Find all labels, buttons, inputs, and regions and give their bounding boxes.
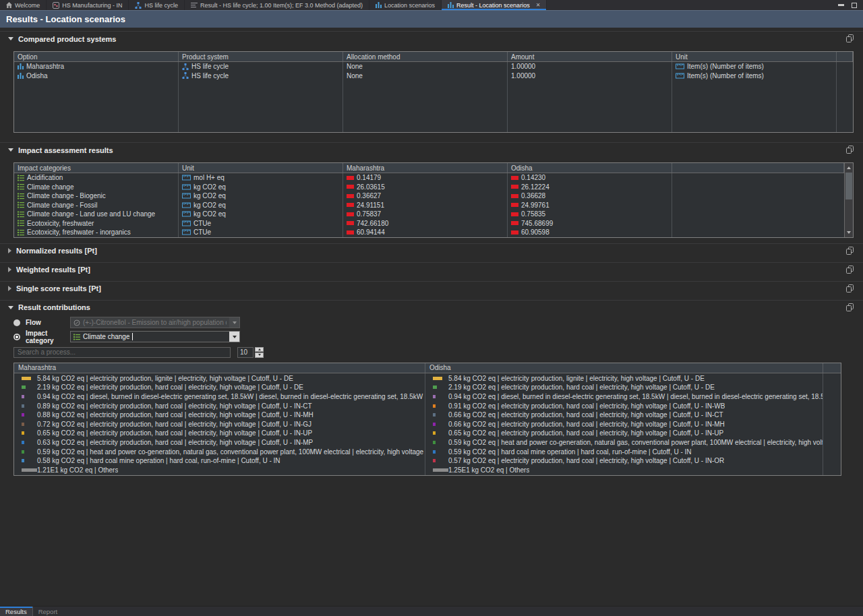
impact-row[interactable]: Climate change - Land use and LU change … bbox=[14, 210, 844, 219]
contribution-row[interactable]: 0.65 kg CO2 eq | electricity production,… bbox=[14, 429, 425, 438]
contribution-text: 0.63 kg CO2 eq | electricity production,… bbox=[37, 439, 313, 446]
contribution-color-chip bbox=[433, 459, 436, 462]
section-normalized-results: Normalized results [Pt] bbox=[0, 243, 863, 262]
impact-row[interactable]: Ecotoxicity, freshwater CTUe 742.66180 7… bbox=[14, 219, 844, 228]
column-header-maharashtra[interactable]: Maharashtra bbox=[14, 363, 425, 373]
copy-icon[interactable] bbox=[846, 34, 854, 42]
flow-radio[interactable] bbox=[13, 319, 20, 326]
column-header-unit[interactable]: Unit bbox=[672, 52, 837, 61]
column-header-product-system[interactable]: Product system bbox=[179, 52, 343, 61]
section-header[interactable]: Result contributions bbox=[5, 301, 858, 315]
chevron-down-icon[interactable] bbox=[229, 332, 239, 342]
vertical-scrollbar[interactable] bbox=[844, 163, 853, 237]
column-header-unit[interactable]: Unit bbox=[179, 163, 343, 173]
contribution-row[interactable]: 0.94 kg CO2 eq | diesel, burned in diese… bbox=[14, 392, 425, 402]
impact-row[interactable]: Climate change - Biogenic kg CO2 eq 0.36… bbox=[14, 191, 844, 201]
contribution-row[interactable]: 0.57 kg CO2 eq | electricity production,… bbox=[425, 456, 823, 466]
contribution-text: 0.94 kg CO2 eq | diesel, burned in diese… bbox=[448, 393, 823, 400]
tab-result-hs-life-cycle[interactable]: Result - HS life cycle; 1.00 Item(s); EF… bbox=[185, 0, 369, 10]
impact-row[interactable]: Acidification mol H+ eq 0.14179 0.14230 bbox=[14, 173, 844, 183]
column-header-odisha[interactable]: Odisha bbox=[508, 163, 672, 173]
contribution-row[interactable]: 0.66 kg CO2 eq | electricity production,… bbox=[425, 419, 823, 429]
result-icon bbox=[191, 2, 198, 8]
collapse-toggle-icon[interactable] bbox=[8, 306, 13, 309]
search-process-input[interactable] bbox=[13, 347, 231, 358]
column-header-amount[interactable]: Amount bbox=[508, 52, 672, 61]
contribution-row[interactable]: 5.84 kg CO2 eq | electricity production,… bbox=[14, 374, 425, 383]
section-title: Compared product systems bbox=[18, 35, 116, 43]
count-input[interactable] bbox=[237, 347, 254, 358]
table-row[interactable]: Odisha HS life cycle None 1.00000 Item(s… bbox=[14, 71, 853, 81]
contribution-row[interactable]: 0.94 kg CO2 eq | diesel, burned in diese… bbox=[425, 392, 823, 402]
column-header-maharashtra[interactable]: Maharashtra bbox=[343, 163, 508, 173]
scroll-down-icon[interactable] bbox=[845, 228, 853, 237]
copy-icon[interactable] bbox=[846, 146, 854, 154]
contribution-color-chip bbox=[22, 468, 37, 472]
section-header[interactable]: Normalized results [Pt] bbox=[5, 244, 858, 258]
contribution-row[interactable]: 0.91 kg CO2 eq | electricity production,… bbox=[425, 401, 823, 410]
contribution-row[interactable]: 0.59 kg CO2 eq | hard coal mine operatio… bbox=[425, 447, 823, 456]
impact-category-icon bbox=[18, 229, 24, 236]
tab-location-scenarios[interactable]: Location scenarios bbox=[369, 0, 442, 10]
scrollbar-thumb[interactable] bbox=[845, 173, 852, 199]
copy-icon[interactable] bbox=[846, 247, 854, 255]
spinner-down-icon[interactable] bbox=[255, 352, 264, 358]
impact-category-select[interactable]: Climate change bbox=[70, 331, 240, 342]
impact-category-icon bbox=[73, 334, 80, 340]
column-header-allocation-method[interactable]: Allocation method bbox=[343, 52, 508, 61]
column-header-option[interactable]: Option bbox=[14, 52, 179, 61]
section-header[interactable]: Compared product systems bbox=[5, 32, 858, 46]
collapse-toggle-icon[interactable] bbox=[8, 148, 13, 152]
contribution-row[interactable]: 0.59 kg CO2 eq | heat and power co-gener… bbox=[425, 438, 823, 448]
expand-toggle-icon[interactable] bbox=[8, 248, 11, 253]
contribution-text: 0.65 kg CO2 eq | electricity production,… bbox=[448, 429, 723, 437]
impact-category-name: Climate change - Biogenic bbox=[27, 192, 106, 199]
contribution-row[interactable]: 0.72 kg CO2 eq | electricity production,… bbox=[14, 419, 425, 429]
contribution-color-chip bbox=[22, 459, 24, 462]
maximize-icon[interactable] bbox=[852, 3, 857, 8]
copy-icon[interactable] bbox=[846, 266, 854, 274]
contribution-row[interactable]: 0.63 kg CO2 eq | electricity production,… bbox=[14, 438, 425, 448]
tab-hs-life-cycle[interactable]: HS life cycle bbox=[129, 0, 185, 10]
copy-icon[interactable] bbox=[846, 284, 854, 292]
expand-toggle-icon[interactable] bbox=[8, 286, 11, 291]
contribution-row[interactable]: 0.58 kg CO2 eq | hard coal mine operatio… bbox=[14, 456, 425, 466]
table-row[interactable]: Maharashtra HS life cycle None 1.00000 I… bbox=[14, 62, 853, 71]
tab-hs-manufacturing[interactable]: HS Manufacturing - IN bbox=[47, 0, 129, 10]
contribution-row[interactable]: 1.25E1 kg CO2 eq | Others bbox=[425, 465, 823, 474]
result-value: 0.75835 bbox=[521, 210, 545, 218]
contribution-row[interactable]: 0.89 kg CO2 eq | electricity production,… bbox=[14, 401, 425, 410]
section-header[interactable]: Impact assessment results bbox=[5, 143, 858, 157]
copy-icon[interactable] bbox=[846, 303, 854, 311]
contribution-row[interactable]: 0.66 kg CO2 eq | electricity production,… bbox=[425, 410, 823, 420]
contribution-row[interactable]: 2.19 kg CO2 eq | electricity production,… bbox=[425, 383, 823, 392]
column-header-odisha[interactable]: Odisha bbox=[425, 363, 823, 373]
tab-report[interactable]: Report bbox=[33, 607, 63, 616]
expand-toggle-icon[interactable] bbox=[8, 267, 11, 272]
spinner-up-icon[interactable] bbox=[255, 347, 264, 352]
minimize-icon[interactable] bbox=[838, 4, 844, 6]
bar-chart-icon bbox=[376, 2, 382, 8]
close-icon[interactable]: ✕ bbox=[536, 2, 541, 8]
impact-row[interactable]: Climate change - Fossil kg CO2 eq 24.911… bbox=[14, 201, 844, 210]
unit-name: CTUe bbox=[194, 220, 211, 227]
contribution-row[interactable]: 1.21E1 kg CO2 eq | Others bbox=[14, 465, 425, 474]
tab-results[interactable]: Results bbox=[0, 607, 33, 616]
collapse-toggle-icon[interactable] bbox=[8, 37, 13, 40]
contribution-row[interactable]: 0.65 kg CO2 eq | electricity production,… bbox=[425, 429, 823, 438]
result-value: 26.12224 bbox=[521, 183, 549, 191]
contribution-row[interactable]: 2.19 kg CO2 eq | electricity production,… bbox=[14, 383, 425, 392]
impact-category-icon bbox=[18, 175, 24, 181]
contribution-row[interactable]: 5.84 kg CO2 eq | electricity production,… bbox=[425, 374, 823, 383]
contribution-row[interactable]: 0.88 kg CO2 eq | electricity production,… bbox=[14, 410, 425, 420]
contribution-row[interactable]: 0.59 kg CO2 eq | heat and power co-gener… bbox=[14, 447, 425, 456]
impact-row[interactable]: Ecotoxicity, freshwater - inorganics CTU… bbox=[14, 228, 844, 237]
impact-row[interactable]: Climate change kg CO2 eq 26.03615 26.122… bbox=[14, 183, 844, 192]
section-header[interactable]: Single score results [Pt] bbox=[5, 282, 858, 296]
column-header-impact-categories[interactable]: Impact categories bbox=[14, 163, 179, 173]
tab-welcome[interactable]: Welcome bbox=[0, 0, 47, 10]
impact-category-radio[interactable] bbox=[13, 334, 20, 340]
tab-result-location-scenarios[interactable]: Result - Location scenarios ✕ bbox=[442, 0, 547, 10]
section-header[interactable]: Weighted results [Pt] bbox=[5, 263, 858, 277]
scroll-up-icon[interactable] bbox=[845, 163, 853, 172]
